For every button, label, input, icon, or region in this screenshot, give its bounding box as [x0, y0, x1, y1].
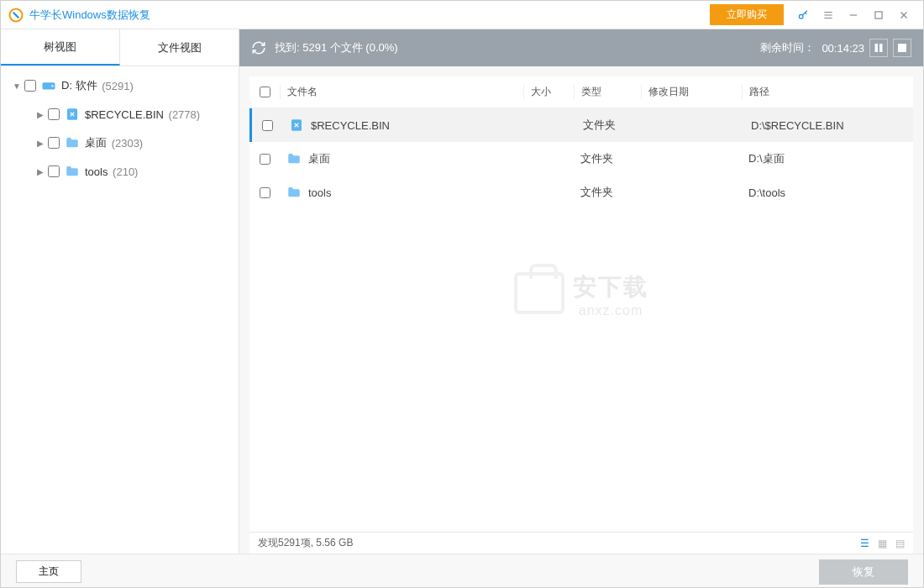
titlebar: 牛学长Windows数据恢复 立即购买: [1, 1, 923, 29]
drive-icon: [41, 78, 56, 93]
view-mode-icons: ☰ ▦ ▤: [860, 538, 905, 549]
menu-icon[interactable]: [817, 4, 839, 26]
tab-tree-view[interactable]: 树视图: [1, 29, 120, 66]
maximize-icon[interactable]: [868, 4, 890, 26]
stop-button[interactable]: [893, 39, 911, 57]
row-name: 桌面: [308, 151, 330, 166]
table-header: 文件名 大小 类型 修改日期 路径: [249, 76, 913, 108]
tree-root-count: (5291): [102, 80, 134, 92]
close-icon[interactable]: [893, 4, 915, 26]
refresh-icon: [251, 40, 266, 55]
row-path: D:\桌面: [742, 151, 913, 166]
table-row[interactable]: $RECYCLE.BIN 文件夹 D:\$RECYCLE.BIN: [249, 108, 913, 142]
row-type: 文件夹: [576, 118, 643, 133]
content-footer: 发现5291项, 5.56 GB ☰ ▦ ▤: [249, 532, 913, 554]
svg-rect-2: [875, 11, 882, 18]
tree-item-count: (2303): [112, 137, 144, 150]
chevron-down-icon[interactable]: ▼: [11, 81, 23, 91]
row-path: D:\$RECYCLE.BIN: [744, 119, 913, 132]
row-path: D:\tools: [742, 186, 913, 199]
found-count-text: 找到: 5291 个文件 (0.0%): [275, 40, 398, 55]
folder-icon: [286, 151, 302, 166]
buy-now-button[interactable]: 立即购买: [710, 4, 784, 25]
tree-item-label: tools: [85, 165, 108, 178]
chevron-right-icon[interactable]: ▶: [34, 110, 46, 119]
watermark: 安下载 anxz.com: [514, 271, 648, 318]
th-name[interactable]: 文件名: [280, 85, 523, 99]
tree-item-count: (2778): [169, 108, 201, 121]
sidebar-tree: ▼ D: 软件 (5291) ▶ $RECYCLE.BIN (2778) ▶ 桌…: [1, 66, 239, 554]
pause-button[interactable]: [869, 39, 888, 57]
grid-view-icon[interactable]: ▦: [878, 538, 887, 549]
th-date[interactable]: 修改日期: [641, 85, 742, 99]
recycle-bin-icon: [289, 118, 304, 133]
svg-point-1: [799, 14, 803, 18]
th-type[interactable]: 类型: [574, 85, 641, 99]
folder-icon: [65, 135, 80, 150]
main-area: ▼ D: 软件 (5291) ▶ $RECYCLE.BIN (2778) ▶ 桌…: [1, 66, 923, 554]
svg-rect-5: [898, 44, 906, 52]
row-checkbox[interactable]: [262, 120, 273, 131]
tree-item-label: 桌面: [85, 135, 107, 150]
summary-text: 发现5291项, 5.56 GB: [258, 536, 353, 550]
home-button[interactable]: 主页: [16, 560, 81, 583]
remaining-time-value: 00:14:23: [822, 42, 864, 55]
th-path[interactable]: 路径: [742, 85, 913, 99]
app-logo-icon: [8, 7, 24, 24]
tree-root-label: D: 软件: [61, 78, 97, 93]
tree-root-checkbox[interactable]: [24, 80, 36, 92]
chevron-right-icon[interactable]: ▶: [34, 139, 46, 148]
bottom-bar: 主页 恢复: [1, 554, 923, 588]
tree-item-label: $RECYCLE.BIN: [85, 108, 164, 121]
svg-point-7: [51, 85, 53, 87]
app-title: 牛学长Windows数据恢复: [29, 8, 150, 23]
content-panel: 文件名 大小 类型 修改日期 路径 $RECYCLE.BIN 文件夹 D:\$R…: [239, 66, 923, 554]
svg-rect-4: [880, 44, 883, 52]
row-type: 文件夹: [574, 185, 641, 200]
table-row[interactable]: 桌面 文件夹 D:\桌面: [249, 142, 913, 176]
list-view-icon[interactable]: ☰: [860, 538, 869, 549]
row-checkbox[interactable]: [260, 187, 270, 198]
row-name: $RECYCLE.BIN: [311, 119, 390, 132]
detail-view-icon[interactable]: ▤: [895, 538, 905, 549]
row-name: tools: [308, 186, 331, 199]
tree-root[interactable]: ▼ D: 软件 (5291): [1, 71, 239, 100]
remaining-time-label: 剩余时间：: [760, 40, 815, 55]
tree-item[interactable]: ▶ tools (210): [1, 157, 239, 186]
tree-item-checkbox[interactable]: [48, 137, 60, 149]
tree-item[interactable]: ▶ 桌面 (2303): [1, 129, 239, 157]
file-table: 文件名 大小 类型 修改日期 路径 $RECYCLE.BIN 文件夹 D:\$R…: [249, 76, 913, 532]
minimize-icon[interactable]: [843, 4, 864, 26]
select-all-checkbox[interactable]: [260, 87, 270, 97]
th-size[interactable]: 大小: [523, 85, 574, 99]
folder-icon: [65, 164, 80, 179]
key-icon[interactable]: [792, 4, 814, 26]
recycle-bin-icon: [65, 107, 80, 122]
tree-item[interactable]: ▶ $RECYCLE.BIN (2778): [1, 100, 239, 129]
tree-item-count: (210): [113, 165, 138, 178]
folder-icon: [286, 185, 302, 200]
chevron-right-icon[interactable]: ▶: [34, 167, 46, 176]
row-checkbox[interactable]: [260, 154, 270, 165]
tree-item-checkbox[interactable]: [48, 165, 60, 177]
recover-button[interactable]: 恢复: [819, 559, 908, 585]
row-type: 文件夹: [574, 151, 641, 166]
view-tabs: 树视图 文件视图: [1, 29, 239, 66]
tab-file-view[interactable]: 文件视图: [120, 29, 239, 66]
svg-rect-3: [875, 44, 878, 52]
scan-status-bar: 找到: 5291 个文件 (0.0%) 剩余时间： 00:14:23: [239, 29, 923, 66]
tabs-row: 树视图 文件视图 找到: 5291 个文件 (0.0%) 剩余时间： 00:14…: [1, 29, 923, 66]
tree-item-checkbox[interactable]: [48, 108, 60, 120]
table-row[interactable]: tools 文件夹 D:\tools: [249, 176, 913, 209]
